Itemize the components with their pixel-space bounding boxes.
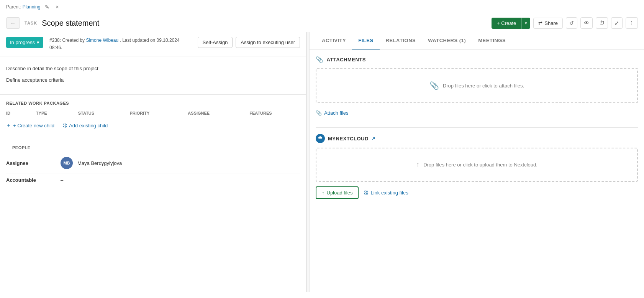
description-line-2: Define acceptance criteria [6, 76, 300, 84]
create-dropdown-button[interactable]: ▾ [521, 18, 530, 29]
more-button[interactable]: ⋮ [626, 17, 638, 29]
plus-icon: ＋ [6, 122, 11, 129]
status-label: In progress [10, 40, 35, 45]
link-icon: ⛓ [62, 123, 67, 128]
header-right: + Create ▾ ⇄ Share ↺ 👁 ⏱ ⤢ ⋮ [492, 17, 638, 29]
related-work-packages-section: RELATED WORK PACKAGES ID TYPE STATUS PRI… [0, 95, 306, 133]
back-button[interactable]: ← [6, 17, 20, 29]
files-content: 📎 ATTACHMENTS 📎 Drop files here or click… [310, 50, 644, 205]
external-link-icon: ↗ [372, 136, 375, 141]
section-divider [316, 127, 638, 128]
col-type: TYPE [30, 109, 72, 118]
tab-files[interactable]: FILES [352, 32, 379, 49]
related-actions: ＋ + Create new child ⛓ Add existing chil… [0, 118, 306, 133]
left-panel: In progress ▾ #238: Created by Simone Wi… [0, 32, 306, 292]
status-bar: In progress ▾ #238: Created by Simone Wi… [0, 32, 306, 56]
tab-watchers[interactable]: WATCHERS (1) [422, 32, 472, 49]
attachments-heading: 📎 ATTACHMENTS [316, 56, 638, 63]
upload-files-button[interactable]: ↑ Upload files [316, 186, 359, 199]
upload-icon: ↑ [416, 161, 420, 169]
attach-files-button[interactable]: 📎 Attach files [316, 108, 349, 118]
watch-button[interactable]: 👁 [580, 17, 593, 29]
col-features: FEATURES [243, 109, 306, 118]
col-id: ID [0, 109, 30, 118]
avatar: MB [61, 157, 73, 169]
attach-icon: 📎 [316, 110, 322, 116]
people-section-title: PEOPLE [6, 139, 300, 153]
paperclip-icon: 📎 [316, 56, 324, 63]
create-button[interactable]: + Create [492, 18, 521, 29]
creator-link[interactable]: Simone Wibeau [86, 38, 118, 43]
assignee-row: Assignee MB Maya Berdygylyjova [6, 153, 300, 173]
nextcloud-drop-zone[interactable]: ↑ Drop files here or click to upload the… [316, 148, 638, 182]
accountable-label: Accountable [6, 177, 56, 183]
add-existing-child-button[interactable]: ⛓ Add existing child [62, 122, 108, 129]
main-layout: In progress ▾ #238: Created by Simone Wi… [0, 32, 644, 292]
status-dropdown[interactable]: In progress ▾ [6, 37, 43, 48]
col-assignee: ASSIGNEE [182, 109, 243, 118]
vertical-divider [306, 32, 310, 292]
related-section-title: RELATED WORK PACKAGES [0, 95, 306, 109]
nextcloud-heading: MYNEXTCLOUD ↗ [316, 134, 638, 143]
drop-zone-paperclip-icon: 📎 [429, 81, 439, 90]
edit-parent-icon[interactable]: ✎ [43, 3, 51, 11]
cloud-actions: ↑ Upload files ⛓ Link existing files [316, 186, 638, 199]
assignee-name: Maya Berdygylyjova [77, 160, 122, 166]
people-section: PEOPLE Assignee MB Maya Berdygylyjova Ac… [0, 133, 306, 193]
attachments-drop-zone[interactable]: 📎 Drop files here or click to attach fil… [316, 68, 638, 103]
accountable-row: Accountable – [6, 173, 300, 187]
col-status: STATUS [72, 109, 124, 118]
parent-link[interactable]: Planning [23, 4, 41, 10]
related-table: ID TYPE STATUS PRIORITY ASSIGNEE FEATURE… [0, 109, 306, 118]
upload-arrow-icon: ↑ [322, 190, 324, 196]
create-btn-group: + Create ▾ [492, 18, 530, 29]
header-bar: ← TASK Scope statement + Create ▾ ⇄ Shar… [0, 14, 644, 32]
header-left: ← TASK Scope statement [6, 17, 99, 29]
fullscreen-button[interactable]: ⤢ [611, 17, 623, 29]
history-button[interactable]: ↺ [566, 17, 577, 29]
col-priority: PRIORITY [123, 109, 182, 118]
tab-meetings[interactable]: MEETINGS [472, 32, 512, 49]
share-icon: ⇄ [538, 20, 542, 26]
parent-label: Parent: Planning [6, 4, 40, 10]
self-assign-button[interactable]: Self-Assign [198, 37, 233, 48]
right-panel: ACTIVITY FILES RELATIONS WATCHERS (1) ME… [310, 32, 644, 292]
status-meta: #238: Created by Simone Wibeau . Last up… [49, 37, 192, 51]
link-files-icon: ⛓ [363, 190, 368, 196]
tab-activity[interactable]: ACTIVITY [316, 32, 352, 49]
description-line-1: Describe in detail the scope of this pro… [6, 64, 300, 73]
assign-buttons: Self-Assign Assign to executing user [198, 37, 300, 48]
create-new-child-button[interactable]: ＋ + Create new child [6, 122, 54, 129]
assign-to-executing-user-button[interactable]: Assign to executing user [236, 37, 300, 48]
accountable-value: – [61, 177, 63, 183]
nextcloud-icon [316, 134, 325, 143]
tabs: ACTIVITY FILES RELATIONS WATCHERS (1) ME… [310, 32, 644, 50]
nextcloud-section: MYNEXTCLOUD ↗ ↑ Drop files here or click… [316, 134, 638, 199]
share-label: Share [544, 20, 558, 26]
time-button[interactable]: ⏱ [596, 17, 608, 29]
parent-bar: Parent: Planning ✎ × [0, 0, 644, 14]
tab-relations[interactable]: RELATIONS [380, 32, 422, 49]
task-type-label: TASK [25, 21, 37, 25]
link-existing-button[interactable]: ⛓ Link existing files [363, 186, 408, 199]
status-caret-icon: ▾ [37, 40, 39, 45]
share-button[interactable]: ⇄ Share [533, 18, 563, 29]
task-title: Scope statement [42, 19, 99, 28]
assignee-label: Assignee [6, 160, 56, 166]
description-area: Describe in detail the scope of this pro… [0, 56, 306, 95]
close-parent-icon[interactable]: × [54, 3, 60, 11]
